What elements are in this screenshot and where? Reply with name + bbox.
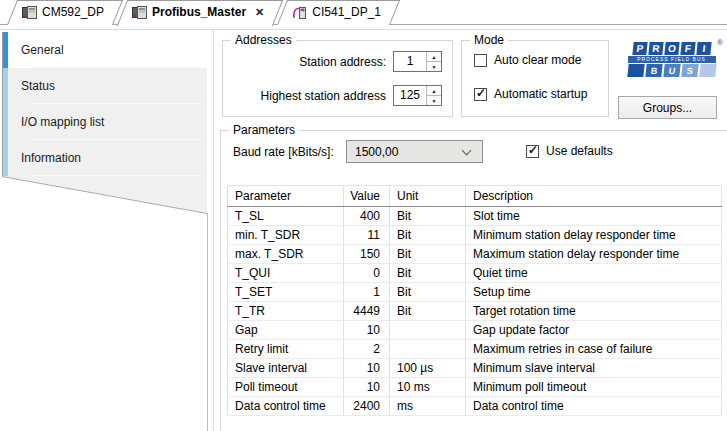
table-row[interactable]: Gap10Gap update factor: [228, 321, 722, 340]
baud-rate-value: 1500,00: [347, 145, 463, 159]
param-value-cell[interactable]: 10: [344, 359, 390, 378]
station-address-value[interactable]: 1: [394, 52, 426, 71]
groups-button[interactable]: Groups...: [618, 96, 717, 119]
table-row[interactable]: Retry limit2Maximum retries in case of f…: [228, 340, 722, 359]
sidebar-tail: [2, 176, 208, 215]
table-row[interactable]: T_TR4449BitTarget rotation time: [228, 302, 722, 321]
automatic-startup-checkbox[interactable]: Automatic startup: [474, 87, 587, 101]
highest-station-address-value[interactable]: 125: [394, 86, 426, 105]
param-name-cell: Slave interval: [228, 359, 344, 378]
param-description-cell: Minimum poll timeout: [466, 378, 722, 397]
mode-group: Mode Auto clear mode Automatic startup: [461, 40, 609, 117]
logo-letter-tile: B: [645, 64, 662, 77]
tab-label: CM592_DP: [42, 5, 104, 19]
tab-bar: CM592_DPProfibus_Master✕CI541_DP_1: [0, 0, 727, 25]
param-value-cell[interactable]: 4449: [344, 302, 390, 321]
registered-trademark: ®: [717, 38, 723, 47]
param-value-cell[interactable]: 2: [344, 340, 390, 359]
param-unit-cell: [390, 340, 466, 359]
auto-clear-mode-checkbox[interactable]: Auto clear mode: [474, 53, 581, 67]
table-row[interactable]: Slave interval10100 µsMinimum slave inte…: [228, 359, 722, 378]
param-value-cell[interactable]: 2400: [344, 397, 390, 416]
param-unit-cell: ms: [390, 397, 466, 416]
chevron-down-icon: [462, 145, 472, 155]
spin-down-icon[interactable]: ▼: [427, 62, 441, 71]
column-header-unit[interactable]: Unit: [390, 186, 466, 207]
spin-up-icon[interactable]: ▲: [427, 86, 441, 96]
table-header-row: ParameterValueUnitDescription: [228, 186, 722, 207]
param-name-cell: T_SET: [228, 283, 344, 302]
profibus-logo-top-row: PROFI: [621, 42, 722, 55]
automatic-startup-label: Automatic startup: [494, 87, 587, 101]
baud-rate-select[interactable]: 1500,00: [346, 140, 483, 163]
table-row[interactable]: min. T_SDR11BitMinimum station delay res…: [228, 226, 722, 245]
tab-profibus_master[interactable]: Profibus_Master✕: [120, 0, 280, 24]
logo-letter-tile: O: [664, 42, 679, 55]
spin-up-icon[interactable]: ▲: [427, 52, 441, 62]
station-address-spinner[interactable]: 1 ▲ ▼: [393, 51, 442, 72]
param-unit-cell: Bit: [390, 226, 466, 245]
close-tab-icon[interactable]: ✕: [255, 6, 264, 19]
logo-letter-tile: U: [663, 64, 680, 77]
tab-ci541_dp_1[interactable]: CI541_DP_1: [280, 0, 397, 24]
param-value-cell[interactable]: 1: [344, 283, 390, 302]
accent-strip: [3, 104, 8, 140]
sidebar-item-status[interactable]: Status: [3, 68, 207, 104]
mode-group-title: Mode: [470, 33, 508, 47]
sidebar-item-label: Status: [3, 79, 55, 93]
column-header-description[interactable]: Description: [466, 186, 722, 207]
station-address-label: Station address:: [231, 55, 393, 69]
tab-cm592_dp[interactable]: CM592_DP: [10, 0, 120, 24]
parameters-group-title: Parameters: [229, 123, 299, 137]
param-value-cell[interactable]: 400: [344, 207, 390, 226]
param-description-cell: Target rotation time: [466, 302, 722, 321]
checkbox-box: [474, 88, 487, 101]
logo-letter-tile: [627, 64, 644, 77]
param-name-cell: Data control time: [228, 397, 344, 416]
profibus-logo-bar: PROCESS FIELD BUS: [628, 56, 716, 63]
table-row[interactable]: T_SL400BitSlot time: [228, 207, 722, 226]
param-description-cell: Gap update factor: [466, 321, 722, 340]
param-value-cell[interactable]: 0: [344, 264, 390, 283]
checkbox-box: [474, 54, 487, 67]
table-row[interactable]: T_QUI0BitQuiet time: [228, 264, 722, 283]
sidebar: GeneralStatusI/O mapping listInformation: [2, 32, 207, 176]
param-value-cell[interactable]: 150: [344, 245, 390, 264]
checkbox-box: [526, 145, 539, 158]
column-header-value[interactable]: Value: [344, 186, 390, 207]
station-address-row: Station address: 1 ▲ ▼: [231, 51, 442, 72]
param-name-cell: Retry limit: [228, 340, 344, 359]
addresses-group: Addresses Station address: 1 ▲ ▼ Highest…: [222, 40, 453, 117]
table-row[interactable]: Poll timeout1010 msMinimum poll timeout: [228, 378, 722, 397]
param-name-cell: max. T_SDR: [228, 245, 344, 264]
use-defaults-checkbox[interactable]: Use defaults: [526, 144, 613, 158]
auto-clear-mode-label: Auto clear mode: [494, 53, 581, 67]
highest-station-address-spinner[interactable]: 125 ▲ ▼: [393, 85, 442, 106]
accent-strip: [3, 32, 8, 68]
param-unit-cell: Bit: [390, 207, 466, 226]
param-value-cell[interactable]: 10: [344, 378, 390, 397]
param-name-cell: Gap: [228, 321, 344, 340]
column-header-parameter[interactable]: Parameter: [228, 186, 344, 207]
parameters-table: ParameterValueUnitDescription T_SL400Bit…: [227, 185, 722, 416]
param-value-cell[interactable]: 11: [344, 226, 390, 245]
param-value-cell[interactable]: 10: [344, 321, 390, 340]
param-description-cell: Setup time: [466, 283, 722, 302]
logo-letter-tile: P: [632, 42, 647, 55]
table-row[interactable]: max. T_SDR150BitMaximum station delay re…: [228, 245, 722, 264]
param-name-cell: T_TR: [228, 302, 344, 321]
sidebar-item-i-o-mapping-list[interactable]: I/O mapping list: [3, 104, 207, 140]
param-unit-cell: [390, 321, 466, 340]
table-row[interactable]: T_SET1BitSetup time: [228, 283, 722, 302]
param-description-cell: Slot time: [466, 207, 722, 226]
sidebar-item-general[interactable]: General: [3, 32, 207, 68]
spin-down-icon[interactable]: ▼: [427, 96, 441, 105]
table-row[interactable]: Data control time2400msData control time: [228, 397, 722, 416]
sidebar-item-information[interactable]: Information: [3, 140, 207, 176]
param-unit-cell: 10 ms: [390, 378, 466, 397]
param-name-cell: T_SL: [228, 207, 344, 226]
spinner-buttons: ▲ ▼: [426, 52, 441, 71]
panel-separator: [213, 30, 214, 431]
profibus-logo: ® PROFI PROCESS FIELD BUS BUS: [621, 42, 722, 92]
logo-letter-tile: F: [680, 42, 695, 55]
